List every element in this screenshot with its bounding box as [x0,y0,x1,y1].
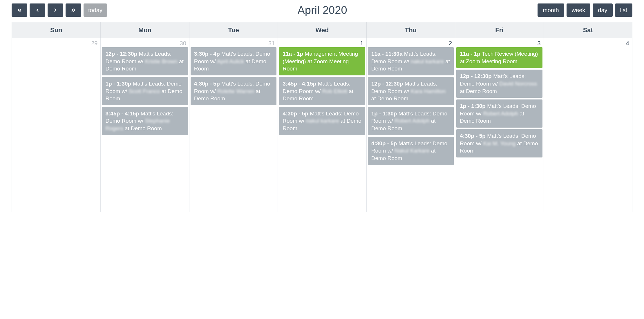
events-container [12,47,100,49]
calendar: today April 2020 month week day list Sun… [0,0,644,212]
event-time: 1p - 1:30p [371,110,399,117]
event-person-redacted: nakul karkare [306,118,339,124]
calendar-event[interactable]: 4:30p - 5p Matt's Leads: Demo Room w/ Ka… [456,129,542,157]
day-number: 4 [544,38,632,47]
events-container: 12p - 12:30p Matt's Leads: Demo Room w/ … [101,47,189,137]
next-button[interactable] [48,3,63,17]
calendar-event[interactable]: 12p - 12:30p Matt's Leads: Demo Room w/ … [456,70,542,98]
day-cell[interactable]: 211a - 11:30a Matt's Leads: Demo Room w/… [366,38,455,212]
calendar-event[interactable]: 3:45p - 4:15p Matt's Leads: Demo Room w/… [102,107,188,135]
calendar-event[interactable]: 1p - 1:30p Matt's Leads: Demo Room w/ Sc… [102,77,188,105]
event-person-redacted: Rolette Warren [217,88,254,94]
calendar-event[interactable]: 12p - 12:30p Matt's Leads: Demo Room w/ … [368,77,454,105]
day-cell[interactable]: 29 [12,38,100,212]
day-number: 1 [278,38,366,47]
prev-year-button[interactable] [12,3,27,17]
calendar-event[interactable]: 11a - 11:30a Matt's Leads: Demo Room w/ … [368,47,454,75]
event-person-redacted: Kai M. Young [483,140,515,146]
event-person-redacted: Scott Franco [129,88,160,94]
event-title-suffix: at Demo Room [460,88,497,94]
events-container: 3:30p - 4p Matt's Leads: Demo Room w/ Ap… [189,47,278,107]
event-time: 11a - 1p [460,51,482,57]
day-header: Tue [189,22,278,38]
day-header: Sat [544,22,632,38]
day-cell[interactable]: 4 [544,38,632,212]
view-month-button[interactable]: month [538,3,564,17]
event-person-redacted: Nakul Karkare [395,148,429,154]
event-time: 3:45p - 4:15p [283,81,318,87]
view-day-button[interactable]: day [593,3,612,17]
event-time: 1p - 1:30p [460,103,487,109]
today-button[interactable]: today [84,3,107,17]
calendar-grid: Sun Mon Tue Wed Thu Fri Sat 293012p - 12… [12,22,632,212]
event-time: 4:30p - 5p [460,133,487,139]
event-time: 1p - 1:30p [105,81,133,87]
toolbar: today April 2020 month week day list [12,3,632,17]
event-title-suffix: at Demo Room [123,125,162,131]
event-time: 3:45p - 4:15p [105,110,140,117]
day-number: 30 [101,38,189,47]
double-chevron-left-icon [17,7,22,13]
day-cell[interactable]: 111a - 1p Management Meeting (Meeting) a… [278,38,366,212]
chevron-right-icon [53,8,58,13]
view-week-button[interactable]: week [567,3,591,17]
calendar-event[interactable]: 12p - 12:30p Matt's Leads: Demo Room w/ … [102,47,188,75]
event-person-redacted: Kristie Brown [145,58,178,64]
events-container [544,47,632,49]
week-row: 293012p - 12:30p Matt's Leads: Demo Room… [12,38,632,212]
event-time: 11a - 1p [283,51,305,57]
event-person-redacted: April Aulick [217,58,244,64]
event-time: 11a - 11:30a [371,51,404,57]
day-header: Sun [12,22,100,38]
day-number: 31 [189,38,278,47]
events-container: 11a - 11:30a Matt's Leads: Demo Room w/ … [367,47,455,167]
event-person-redacted: nakul karkare [411,58,444,64]
toolbar-right: month week day list [538,3,632,17]
day-header: Wed [278,22,366,38]
events-container: 11a - 1p Tech Review (Meeting) at Zoom M… [455,47,543,159]
event-person-redacted: Kara Hamilton [411,88,446,94]
events-container: 11a - 1p Management Meeting (Meeting) at… [278,47,366,137]
day-number: 2 [367,38,455,47]
calendar-event[interactable]: 11a - 1p Tech Review (Meeting) at Zoom M… [456,47,542,68]
event-person-redacted: David Norcross [499,81,537,87]
next-year-button[interactable] [66,3,81,17]
event-person-redacted: Robert Adolph [395,118,429,124]
calendar-event[interactable]: 1p - 1:30p Matt's Leads: Demo Room w/ Ro… [456,99,542,128]
calendar-event[interactable]: 4:30p - 5p Matt's Leads: Demo Room w/ Ro… [191,77,276,105]
event-time: 12p - 12:30p [460,73,493,79]
event-time: 3:30p - 4p [194,51,221,57]
calendar-event[interactable]: 1p - 1:30p Matt's Leads: Demo Room w/ Ro… [368,107,454,135]
day-number: 3 [455,38,543,47]
calendar-event[interactable]: 3:45p - 4:15p Matt's Leads: Demo Room w/… [279,77,365,105]
day-header-row: Sun Mon Tue Wed Thu Fri Sat [12,22,632,38]
event-time: 4:30p - 5p [194,81,221,87]
day-header: Thu [366,22,455,38]
toolbar-left: today [12,3,107,17]
event-time: 12p - 12:30p [371,81,405,87]
calendar-title: April 2020 [107,4,538,17]
day-cell[interactable]: 3012p - 12:30p Matt's Leads: Demo Room w… [100,38,189,212]
calendar-event[interactable]: 4:30p - 5p Matt's Leads: Demo Room w/ Na… [368,137,454,165]
event-time: 4:30p - 5p [371,140,399,146]
chevron-left-icon [35,8,40,13]
day-header: Fri [455,22,543,38]
event-person-redacted: Robert Adolph [483,110,518,117]
prev-button[interactable] [30,3,45,17]
event-person-redacted: Rob Elliott [322,88,347,94]
day-number: 29 [12,38,100,47]
day-cell[interactable]: 313:30p - 4p Matt's Leads: Demo Room w/ … [189,38,278,212]
day-cell[interactable]: 311a - 1p Tech Review (Meeting) at Zoom … [455,38,543,212]
calendar-event[interactable]: 4:30p - 5p Matt's Leads: Demo Room w/ na… [279,107,365,135]
event-title-suffix: at Demo Room [371,95,408,102]
event-time: 4:30p - 5p [283,110,310,117]
double-chevron-right-icon [70,7,76,13]
day-header: Mon [100,22,189,38]
calendar-event[interactable]: 3:30p - 4p Matt's Leads: Demo Room w/ Ap… [191,47,276,75]
event-time: 12p - 12:30p [105,51,139,57]
calendar-event[interactable]: 11a - 1p Management Meeting (Meeting) at… [279,47,365,75]
view-list-button[interactable]: list [615,3,632,17]
